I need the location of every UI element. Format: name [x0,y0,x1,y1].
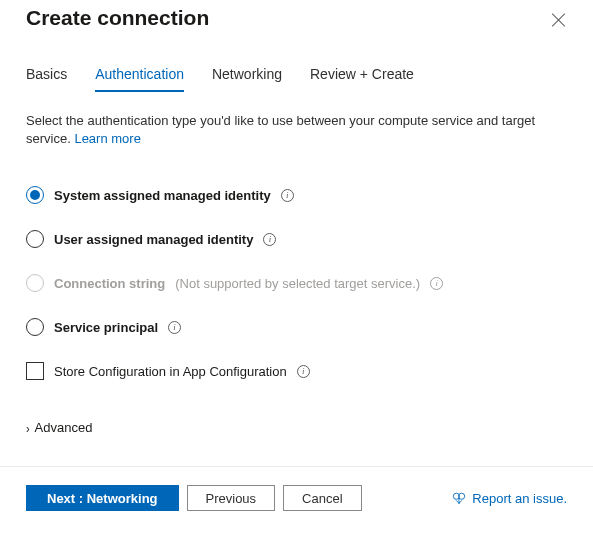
info-icon[interactable]: i [168,321,181,334]
next-button[interactable]: Next : Networking [26,485,179,511]
report-issue-link[interactable]: Report an issue. [452,491,567,506]
radio-system-assigned[interactable] [26,186,44,204]
radio-label: System assigned managed identity [54,188,271,203]
tab-authentication[interactable]: Authentication [95,66,184,92]
option-system-assigned[interactable]: System assigned managed identity i [26,178,567,222]
store-config-row[interactable]: Store Configuration in App Configuration… [0,354,593,380]
tab-networking[interactable]: Networking [212,66,282,92]
chevron-right-icon: › [26,421,30,435]
radio-label: User assigned managed identity [54,232,253,247]
radio-connection-string [26,274,44,292]
tab-review-create[interactable]: Review + Create [310,66,414,92]
advanced-toggle[interactable]: › Advanced [0,380,593,435]
info-icon: i [430,277,443,290]
report-label: Report an issue. [472,491,567,506]
advanced-label: Advanced [35,420,93,435]
store-config-checkbox[interactable] [26,362,44,380]
disabled-hint: (Not supported by selected target servic… [175,276,420,291]
radio-service-principal[interactable] [26,318,44,336]
footer-bar: Next : Networking Previous Cancel Report… [0,466,593,511]
info-icon[interactable]: i [263,233,276,246]
cancel-button[interactable]: Cancel [283,485,361,511]
tab-bar: Basics Authentication Networking Review … [0,30,593,92]
option-user-assigned[interactable]: User assigned managed identity i [26,222,567,266]
store-config-label: Store Configuration in App Configuration [54,364,287,379]
radio-label: Connection string [54,276,165,291]
info-icon[interactable]: i [281,189,294,202]
previous-button[interactable]: Previous [187,485,276,511]
feedback-icon [452,491,466,505]
page-title: Create connection [26,6,209,30]
description-text: Select the authentication type you'd lik… [0,92,593,148]
learn-more-link[interactable]: Learn more [74,131,140,146]
option-service-principal[interactable]: Service principal i [26,310,567,354]
close-icon[interactable] [551,12,567,28]
option-connection-string: Connection string(Not supported by selec… [26,266,567,310]
radio-user-assigned[interactable] [26,230,44,248]
tab-basics[interactable]: Basics [26,66,67,92]
radio-label: Service principal [54,320,158,335]
auth-options: System assigned managed identity i User … [0,148,593,354]
info-icon[interactable]: i [297,365,310,378]
